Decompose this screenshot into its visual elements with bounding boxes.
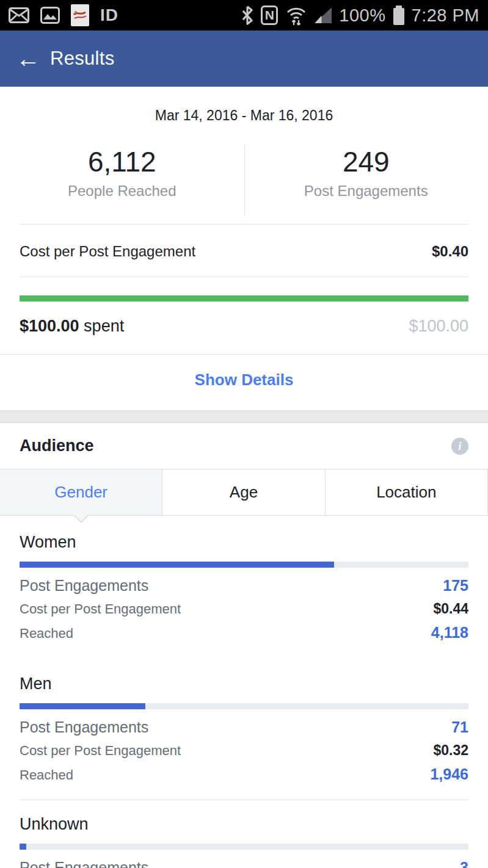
metric-row: Cost per Post Engagement $0.44: [20, 600, 468, 618]
audience-group-men: Men Post Engagements 71 Cost per Post En…: [0, 676, 488, 784]
page-title: Results: [50, 48, 114, 70]
cost-label: Cost per Post Engagement: [20, 243, 195, 260]
metric-label: Cost per Post Engagement: [20, 601, 181, 618]
email-icon: [9, 7, 29, 23]
back-button[interactable]: ←: [16, 46, 50, 71]
stat-value: 249: [244, 146, 488, 178]
group-bar-track: [20, 844, 468, 850]
audience-tab-bar: Gender Age Location: [0, 469, 488, 516]
group-bar-track: [20, 562, 468, 568]
cost-value: $0.40: [432, 243, 468, 260]
audience-group-unknown: Unknown Post Engagements 3: [0, 816, 488, 868]
metric-label: Post Engagements: [20, 577, 148, 594]
wifi-icon: [285, 5, 307, 26]
metric-label: Post Engagements: [20, 859, 148, 868]
metric-value: $0.44: [433, 600, 468, 617]
metric-value: $0.32: [433, 742, 468, 759]
status-bar: ID N 100% 7:28 PM: [0, 0, 488, 31]
section-separator: [0, 410, 488, 423]
audience-title: Audience: [20, 436, 94, 455]
spend-suffix: spent: [79, 317, 125, 335]
metric-row: Post Engagements 3: [20, 859, 468, 868]
metric-row: Reached 4,118: [20, 624, 468, 642]
signal-icon: [315, 7, 332, 23]
metric-label: Reached: [20, 767, 73, 784]
spend-amount: $100.00 spent: [20, 317, 124, 336]
clock-label: 7:28 PM: [412, 5, 480, 26]
metric-label: Post Engagements: [20, 718, 148, 736]
audience-header: Audience i: [0, 423, 488, 469]
info-icon[interactable]: i: [451, 438, 468, 455]
stat-post-engagements: 249 Post Engagements: [244, 146, 488, 200]
tab-age[interactable]: Age: [162, 469, 325, 515]
metric-value: 175: [443, 577, 468, 594]
battery-icon: [393, 8, 404, 25]
metric-value: 3: [460, 859, 468, 868]
app-notification-icon: [71, 4, 89, 26]
metric-row: Cost per Post Engagement $0.32: [20, 742, 468, 759]
date-range: Mar 14, 2016 - Mar 16, 2016: [0, 87, 488, 124]
metric-value: 1,946: [430, 765, 468, 783]
stat-label: People Reached: [0, 183, 244, 200]
gallery-icon: [40, 7, 60, 24]
group-bar-fill: [20, 562, 334, 568]
stat-value: 6,112: [0, 146, 244, 178]
audience-group-women: Women Post Engagements 175 Cost per Post…: [0, 534, 488, 642]
battery-percent-label: 100%: [339, 5, 385, 26]
stat-people-reached: 6,112 People Reached: [0, 146, 244, 200]
divider: [20, 277, 468, 277]
stats-row: 6,112 People Reached 249 Post Engagement…: [0, 146, 488, 200]
carrier-label: ID: [100, 5, 118, 25]
metric-row: Post Engagements 175: [20, 577, 468, 594]
status-bar-left: ID: [9, 4, 118, 26]
metric-value: 71: [451, 718, 468, 736]
group-bar-fill: [20, 703, 145, 709]
metric-label: Reached: [20, 625, 73, 642]
spend-row: $100.00 spent $100.00: [0, 302, 488, 336]
cost-per-engagement-row: Cost per Post Engagement $0.40: [0, 225, 488, 277]
metric-value: 4,118: [431, 624, 468, 641]
group-bar-track: [20, 703, 468, 709]
tab-location[interactable]: Location: [326, 469, 488, 515]
group-bar-fill: [20, 844, 26, 850]
spend-budget: $100.00: [409, 317, 468, 336]
metric-row: Reached 1,946: [20, 765, 468, 784]
show-details-button[interactable]: Show Details: [0, 355, 488, 410]
metric-row: Post Engagements 71: [20, 718, 468, 736]
spend-progress-fill: [20, 295, 468, 302]
screen: ID N 100% 7:28 PM ← Results Mar 14, 2016…: [0, 0, 488, 868]
app-header: ← Results: [0, 31, 488, 87]
stat-label: Post Engagements: [244, 183, 488, 200]
metric-label: Cost per Post Engagement: [20, 742, 181, 759]
stat-divider: [244, 145, 245, 215]
spend-progress-track: [20, 295, 468, 302]
status-bar-right: N 100% 7:28 PM: [241, 5, 479, 26]
nfc-icon: N: [261, 5, 278, 25]
tab-gender[interactable]: Gender: [0, 469, 162, 515]
group-title: Unknown: [20, 816, 468, 833]
bluetooth-icon: [241, 5, 253, 25]
group-title: Men: [20, 676, 468, 692]
divider: [20, 800, 468, 800]
group-title: Women: [20, 534, 468, 551]
